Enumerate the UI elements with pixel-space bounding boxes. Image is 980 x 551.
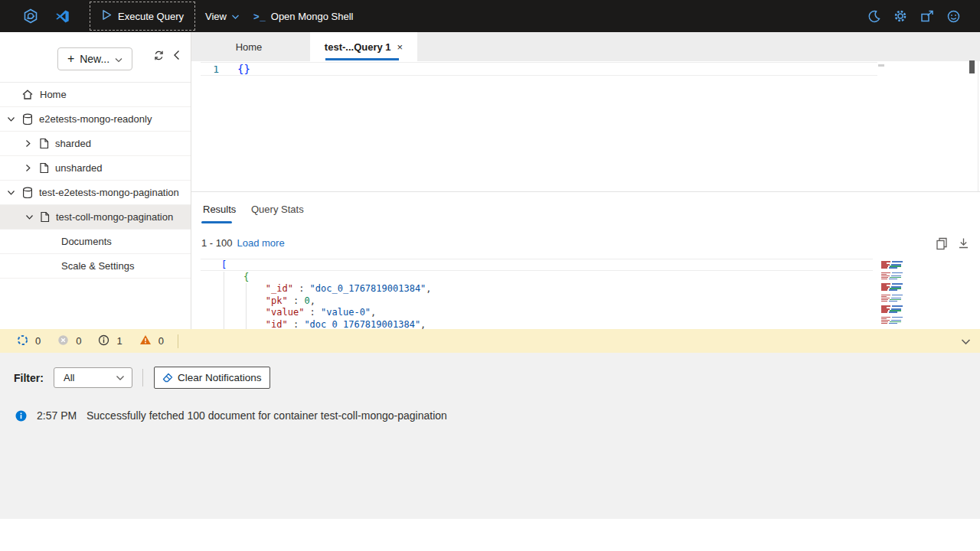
- code-token: [221, 307, 266, 318]
- minimap-segment: [881, 311, 887, 313]
- sidebar-item-collection-sharded[interactable]: sharded: [0, 132, 191, 156]
- chevron-right-icon[interactable]: [25, 164, 31, 172]
- tab-query-1[interactable]: test-...Query 1 ×: [310, 32, 417, 61]
- theme-moon-icon[interactable]: [867, 10, 880, 23]
- minimap-segment: [892, 261, 903, 262]
- minimap-segment: [881, 267, 887, 269]
- cosmos-db-icon[interactable]: [23, 8, 38, 24]
- code-line: "pk" : 0,: [221, 295, 432, 308]
- chevron-down-icon[interactable]: [7, 116, 15, 122]
- warning-icon: [139, 334, 152, 347]
- collapse-console-chevron-icon[interactable]: [961, 336, 971, 347]
- minimap-segment: [881, 279, 887, 280]
- execute-query-button[interactable]: Execute Query: [90, 2, 195, 31]
- load-more-link[interactable]: Load more: [237, 237, 284, 249]
- topbar-right-icons: [867, 9, 960, 23]
- open-mongo-shell-label: Open Mongo Shell: [271, 11, 354, 22]
- tab-query-stats[interactable]: Query Stats: [251, 204, 304, 215]
- sidebar-item-label: Home: [40, 89, 67, 100]
- chevron-down-icon: [231, 11, 240, 22]
- divider: [178, 334, 178, 348]
- minimap-segment: [889, 311, 897, 313]
- sidebar-item-label: test-coll-mongo-pagination: [56, 211, 173, 223]
- tab-home[interactable]: Home: [199, 32, 299, 61]
- sidebar-item-home[interactable]: Home: [0, 83, 191, 107]
- feedback-smiley-icon[interactable]: [947, 10, 960, 23]
- view-menu-button[interactable]: View: [205, 11, 240, 22]
- info-count: 1: [116, 335, 122, 347]
- minimap-segment: [889, 267, 897, 269]
- collection-icon: [39, 162, 49, 174]
- sidebar-item-label: Scale & Settings: [61, 260, 134, 272]
- minimap-row: [877, 301, 910, 302]
- sidebar-item-collection-pagination[interactable]: test-coll-mongo-pagination: [0, 205, 191, 230]
- settings-gear-icon[interactable]: [893, 9, 907, 23]
- minimap-segment: [889, 301, 897, 302]
- sidebar-item-documents[interactable]: Documents: [0, 230, 191, 254]
- tab-results[interactable]: Results: [203, 204, 236, 215]
- minimap-block: [877, 317, 910, 324]
- open-in-new-window-icon[interactable]: [920, 10, 934, 23]
- chevron-right-icon[interactable]: [25, 139, 31, 148]
- editor-scrollbar-track: [978, 61, 978, 191]
- sidebar-item-collection-unsharded[interactable]: unsharded: [0, 156, 191, 181]
- collection-icon: [39, 138, 49, 149]
- minimap-segment: [892, 317, 903, 318]
- play-icon: [101, 9, 113, 23]
- results-minimap[interactable]: [877, 261, 910, 328]
- filter-label: Filter:: [14, 372, 44, 384]
- results-json-editor[interactable]: [ { "_id" : "doc_0_1767819001384", "pk" …: [201, 258, 980, 329]
- code-token: "doc_0_1767819001384": [304, 319, 420, 330]
- chevron-down-icon[interactable]: [25, 214, 34, 220]
- close-tab-icon[interactable]: ×: [397, 41, 403, 53]
- code-token: "value-0": [321, 307, 371, 318]
- sidebar-item-label: test-e2etests-mongo-pagination: [39, 187, 179, 198]
- collapse-panel-icon[interactable]: [173, 50, 180, 64]
- clear-notifications-button[interactable]: Clear Notifications: [154, 367, 270, 389]
- code-token: [: [221, 259, 227, 270]
- refresh-icon[interactable]: [153, 50, 165, 64]
- code-token: "pk": [266, 295, 288, 306]
- minimap-block: [877, 295, 910, 302]
- code-token: ,: [371, 307, 376, 318]
- minimap-segment: [881, 301, 887, 302]
- minimap-block: [877, 272, 910, 280]
- database-icon: [22, 187, 33, 199]
- plus-icon: +: [67, 52, 74, 66]
- query-editor[interactable]: 1 {}: [191, 61, 980, 192]
- eraser-icon: [162, 371, 174, 385]
- minimap-segment: [892, 295, 903, 296]
- minimap-segment: [889, 279, 897, 280]
- new-resource-button[interactable]: + New...: [57, 47, 132, 70]
- download-results-icon[interactable]: [958, 237, 969, 253]
- sidebar-item-database-readonly[interactable]: e2etests-mongo-readonly: [0, 107, 191, 132]
- minimap-segment: [889, 289, 897, 291]
- info-counter: 1: [98, 334, 122, 348]
- minimap-block: [877, 305, 910, 313]
- info-filled-icon: [15, 410, 27, 422]
- minimap-row: [877, 279, 910, 280]
- chevron-down-icon: [116, 375, 125, 381]
- copy-results-icon[interactable]: [936, 237, 948, 253]
- notification-filter-select[interactable]: All: [54, 367, 132, 388]
- chevron-down-icon[interactable]: [7, 190, 15, 196]
- result-range-label: 1 - 100: [201, 237, 232, 249]
- error-count: 0: [76, 335, 81, 347]
- code-token: :: [288, 319, 305, 330]
- sidebar-item-scale-settings[interactable]: Scale & Settings: [0, 254, 191, 279]
- in-progress-icon: [17, 334, 28, 348]
- new-button-label: New...: [80, 53, 109, 65]
- vscode-icon[interactable]: [55, 9, 70, 24]
- notification-console-panel: Filter: All Clear Notifications 2:57 PM …: [0, 353, 980, 519]
- notification-console-bar[interactable]: 0 0 1 0: [0, 329, 980, 353]
- warning-counter: 0: [139, 334, 164, 347]
- database-icon: [22, 113, 33, 126]
- notification-entry: 2:57 PM Successfully fetched 100 documen…: [0, 408, 980, 425]
- results-code-lines: [ { "_id" : "doc_0_1767819001384", "pk" …: [221, 259, 432, 329]
- warning-count: 0: [158, 335, 164, 347]
- editor-scrollbar-thumb[interactable]: [969, 60, 975, 73]
- open-mongo-shell-button[interactable]: >_ Open Mongo Shell: [253, 11, 354, 22]
- execute-query-label: Execute Query: [118, 11, 184, 22]
- sidebar-item-database-pagination[interactable]: test-e2etests-mongo-pagination: [0, 181, 191, 205]
- sidebar-item-label: sharded: [55, 138, 91, 149]
